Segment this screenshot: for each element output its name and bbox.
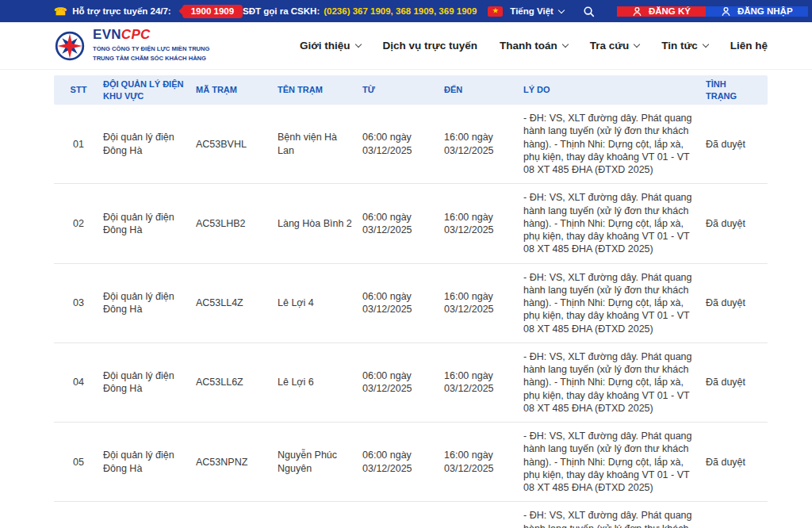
outage-table: STTĐỘI QUẢN LÝ ĐIỆN KHU VỰCMÃ TRẠMTÊN TR… (54, 75, 768, 528)
cell-status: Đã duyệt (706, 131, 768, 158)
nav-item-label: Giới thiệu (300, 40, 350, 52)
cell-team: Đội quản lý điện Đông Hà (103, 362, 196, 403)
topbar: ☎ Hỗ trợ trực tuyến 24/7: 1900 1909 SĐT … (0, 0, 812, 22)
cell-code: AC53LL4Z (196, 289, 278, 316)
column-header-reason: LÝ DO (523, 81, 706, 98)
cell-from: 06:00 ngày 03/12/2025 (362, 204, 444, 244)
cell-team: Đội quản lý điện Đông Hà (103, 204, 196, 244)
cell-from: 06:00 ngày 03/12/2025 (362, 124, 444, 164)
logo-text: EVNCPC TỔNG CÔNG TY ĐIỆN LỰC MIỀN TRUNG … (93, 28, 210, 63)
cell-stt: 05 (54, 456, 103, 469)
evncpc-logo[interactable]: EVNCPC TỔNG CÔNG TY ĐIỆN LỰC MIỀN TRUNG … (54, 28, 210, 63)
table-row: 06Đội quản lý điện Đông HàAD53BB4MBể bơi… (54, 502, 768, 528)
column-header-to: ĐẾN (444, 81, 523, 98)
language-selector[interactable]: Tiếng Việt (510, 6, 564, 16)
cell-stt: 04 (54, 376, 103, 388)
cell-reason: - ĐH: VS, XLT đường dây. Phát quang hành… (523, 184, 706, 262)
nav-item-label: Thanh toán (500, 40, 557, 52)
table-body: 01Đội quản lý điện Đông HàAC53BVHLBệnh v… (54, 105, 768, 528)
cskh-label: SĐT gọi ra CSKH: (243, 6, 320, 16)
search-icon (583, 6, 595, 17)
table-row: 02Đội quản lý điện Đông HàAC53LHB2Làng H… (54, 184, 768, 263)
cell-to: 16:00 ngày 03/12/2025 (444, 124, 523, 164)
nav-item-tra-cuu[interactable]: Tra cứu (590, 40, 640, 52)
cell-from: 06:00 ngày 03/12/2025 (362, 522, 444, 528)
table-row: 04Đội quản lý điện Đông HàAC53LL6ZLê Lợi… (54, 343, 768, 423)
logo-subtitle-line1: TỔNG CÔNG TY ĐIỆN LỰC MIỀN TRUNG (93, 44, 210, 54)
nav-item-gioi-thieu[interactable]: Giới thiệu (300, 40, 361, 52)
nav-item-label: Tra cứu (590, 40, 630, 52)
cell-from: 06:00 ngày 03/12/2025 (362, 442, 444, 482)
cell-team: Đội quản lý điện Đông Hà (103, 283, 196, 323)
nav-item-lien-he[interactable]: Liên hệ (730, 40, 768, 52)
column-header-from: TỪ (362, 81, 444, 98)
column-header-name: TÊN TRẠM (278, 81, 362, 98)
cell-from: 06:00 ngày 03/12/2025 (362, 283, 444, 323)
login-label: ĐĂNG NHẬP (737, 6, 793, 16)
brand-name: EVNCPC (93, 28, 210, 43)
brand-cpc: CPC (121, 27, 151, 42)
table-row: 01Đội quản lý điện Đông HàAC53BVHLBệnh v… (54, 105, 768, 184)
nav-item-thanh-toan[interactable]: Thanh toán (500, 40, 568, 52)
nav-item-label: Liên hệ (730, 40, 768, 52)
site-header: EVNCPC TỔNG CÔNG TY ĐIỆN LỰC MIỀN TRUNG … (0, 22, 812, 70)
cell-to: 16:00 ngày 03/12/2025 (444, 283, 523, 323)
cell-from: 06:00 ngày 03/12/2025 (362, 362, 444, 403)
logo-subtitle-line2: TRUNG TÂM CHĂM SÓC KHÁCH HÀNG (93, 54, 210, 63)
chevron-down-icon (354, 41, 361, 48)
nav-item-label: Tin tức (661, 40, 698, 52)
cell-status: Đã duyệt (706, 449, 768, 476)
cell-to: 16:00 ngày 03/12/2025 (444, 362, 523, 403)
nav-item-tin-tuc[interactable]: Tin tức (661, 40, 708, 52)
cell-reason: - ĐH: VS, XLT đường dây. Phát quang hành… (523, 343, 706, 422)
cell-status: Đã duyệt (706, 289, 768, 316)
logo-subtitle: TỔNG CÔNG TY ĐIỆN LỰC MIỀN TRUNG TRUNG T… (93, 44, 210, 63)
user-icon (632, 6, 642, 17)
cell-team: Đội quản lý điện Đông Hà (103, 522, 196, 528)
table-header-row: STTĐỘI QUẢN LÝ ĐIỆN KHU VỰCMÃ TRẠMTÊN TR… (54, 75, 768, 105)
main-nav: Giới thiệuDịch vụ trực tuyếnThanh toánTr… (300, 40, 768, 52)
hotline-badge[interactable]: 1900 1909 (182, 5, 243, 18)
table-row: 03Đội quản lý điện Đông HàAC53LL4ZLê Lợi… (54, 264, 768, 343)
cell-code: AC53BVHL (196, 131, 278, 158)
phone-icon: ☎ (54, 6, 67, 17)
cell-name: Nguyễn Phúc Nguyên (278, 442, 362, 482)
language-label: Tiếng Việt (510, 6, 553, 16)
column-header-code: MÃ TRẠM (196, 81, 278, 98)
support-label: Hỗ trợ trực tuyến 24/7: (72, 6, 171, 16)
search-button[interactable] (583, 6, 595, 17)
register-button[interactable]: ĐĂNG KÝ (617, 6, 706, 17)
cell-status: Đã duyệt (706, 369, 768, 396)
cskh-numbers: (0236) 367 1909, 368 1909, 369 1909 (324, 6, 477, 16)
cell-name: Làng Hòa Bình 2 (278, 210, 362, 237)
cell-reason: - ĐH: VS, XLT đường dây. Phát quang hành… (523, 502, 706, 528)
cell-reason: - ĐH: VS, XLT đường dây. Phát quang hành… (523, 264, 706, 342)
chevron-down-icon (634, 41, 640, 48)
chevron-down-icon (561, 41, 568, 48)
cell-code: AC53LHB2 (196, 210, 278, 237)
evn-star-icon (54, 30, 86, 62)
vietnam-flag-icon: ★ (488, 6, 503, 17)
column-header-status: TÌNH TRẠNG (706, 75, 768, 105)
cell-name: Bệnh viện Hà Lan (278, 124, 362, 164)
brand-evn: EVN (93, 27, 121, 42)
cell-reason: - ĐH: VS, XLT đường dây. Phát quang hành… (523, 105, 706, 183)
user-icon (721, 6, 731, 17)
cell-stt: 02 (54, 217, 103, 230)
chevron-down-icon (558, 6, 565, 13)
cell-code: AC53LL6Z (196, 369, 278, 396)
cell-team: Đội quản lý điện Đông Hà (103, 442, 196, 482)
register-label: ĐĂNG KÝ (649, 6, 691, 16)
cell-to: 16:00 ngày 03/12/2025 (444, 442, 523, 482)
cell-to: 16:00 ngày 03/12/2025 (444, 204, 523, 244)
cell-status: Đã duyệt (706, 210, 768, 237)
login-button[interactable]: ĐĂNG NHẬP (706, 6, 808, 17)
topbar-right: SĐT gọi ra CSKH: (0236) 367 1909, 368 19… (243, 0, 812, 22)
chevron-down-icon (702, 41, 708, 48)
table-row: 05Đội quản lý điện Đông HàAC53NPNZNguyễn… (54, 423, 768, 502)
cell-code: AC53NPNZ (196, 449, 278, 476)
cell-team: Đội quản lý điện Đông Hà (103, 124, 196, 164)
nav-item-dich-vu-truc-tuyen[interactable]: Dịch vụ trực tuyến (383, 40, 477, 52)
cell-to: 16:00 ngày 03/12/2025 (444, 522, 523, 528)
support-area: ☎ Hỗ trợ trực tuyến 24/7: 1900 1909 (0, 0, 243, 22)
